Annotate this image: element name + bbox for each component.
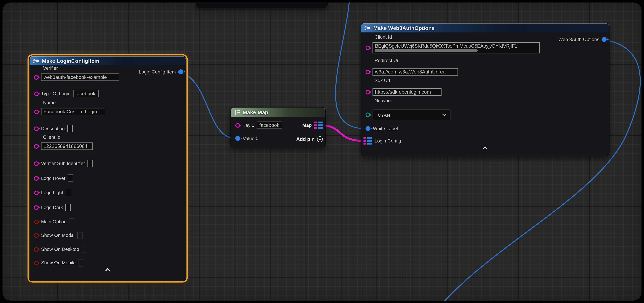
logo-light-input[interactable] [66,189,71,196]
client-id-pin[interactable] [366,46,370,50]
node-title: Make Map [243,109,268,115]
name-input[interactable] [41,108,105,116]
show-on-mobile-checkbox[interactable] [78,259,84,266]
network-row: CYAN [361,109,451,120]
key0-input[interactable] [257,122,282,129]
white-label-label: White Label [373,126,398,131]
chevron-up-icon [482,146,488,150]
collapse-node-button[interactable] [361,146,609,150]
show-on-modal-pin[interactable] [34,233,39,238]
node-make-web3authoptions[interactable]: Make Web3AuthOptions Web 3Auth Options C… [361,24,609,156]
name-label: Name [43,100,56,105]
node-make-loginconfigitem[interactable]: Make LoginConfigItem Login Config Item V… [30,56,186,280]
client-id-input[interactable] [41,142,93,150]
client-id-row [30,142,93,150]
node-header[interactable]: Make Map [231,108,325,117]
verifier-pin[interactable] [34,75,39,80]
web3auth-options-output-pin[interactable] [602,37,607,42]
main-option-checkbox[interactable] [69,218,74,225]
network-pin[interactable] [366,112,370,117]
node-header[interactable]: Make LoginConfigItem [30,56,186,65]
description-input[interactable] [67,125,72,132]
white-label-pin[interactable] [366,126,370,131]
value0-row: Value 0 [231,134,258,142]
node-make-map[interactable]: Make Map Key 0 Map Value 0 Add pin + [231,108,325,147]
logo-light-label: Logo Light [41,190,63,195]
collapse-node-button[interactable] [30,268,186,272]
name-pin[interactable] [34,110,39,114]
login-config-pin[interactable] [364,137,372,145]
sdk-url-label: Sdk Url [374,78,390,83]
sdk-url-input[interactable] [372,88,442,96]
wire-top-to-whitelabel[interactable] [336,2,365,128]
logo-dark-input[interactable] [66,204,71,211]
output-row: Login Config Item [134,68,186,76]
output-row: Web 3Auth Options [554,35,609,44]
key0-pin[interactable] [235,123,240,128]
show-on-desktop-pin[interactable] [34,247,39,252]
redirect-url-input[interactable] [372,68,458,76]
logo-hover-label: Logo Hover [41,176,66,181]
node-title: Make Web3AuthOptions [373,25,434,31]
map-output-pin[interactable] [314,122,323,129]
verifier-label: Verifier [43,66,58,71]
verifier-sub-identifier-input[interactable] [87,160,93,167]
show-on-modal-label: Show On Modal [41,233,75,238]
make-struct-icon [364,26,371,30]
show-on-modal-checkbox[interactable] [77,232,82,239]
value0-pin[interactable] [235,136,240,141]
show-on-modal-row: Show On Modal [30,231,82,240]
chevron-down-icon [442,113,446,116]
login-config-row: Login Config [361,137,401,145]
value0-label: Value 0 [243,136,258,141]
network-dropdown[interactable]: CYAN [372,109,450,120]
description-label: Description [41,126,65,131]
logo-dark-pin[interactable] [34,205,39,210]
type-of-login-pin[interactable] [34,92,39,96]
logo-hover-input[interactable] [68,174,73,182]
make-map-icon [234,110,240,115]
redirect-url-label: Redirect Url [374,58,400,63]
map-output-row: Map [298,121,325,130]
show-on-desktop-checkbox[interactable] [82,246,87,253]
chevron-up-icon [105,268,110,272]
verifier-sub-identifier-label: Verifier Sub Identifier [41,161,85,166]
network-label: Network [374,98,392,103]
description-row: Description [30,124,72,133]
add-pin-label: Add pin [296,136,315,142]
map-output-label: Map [302,123,312,128]
blueprint-editor: Make LoginConfigItem Login Config Item V… [0,0,644,303]
type-of-login-input[interactable] [73,90,98,97]
redirect-url-row [361,68,458,76]
white-label-row: White Label [361,124,398,133]
logo-hover-pin[interactable] [34,176,39,180]
plus-circle-icon: + [317,136,323,142]
client-id-input[interactable]: BEglQSgt4cUWcj6SKRdu5QkOXTsePmMcusG5EAoy… [372,42,540,53]
show-on-mobile-pin[interactable] [34,260,39,265]
network-selected-value: CYAN [378,112,390,117]
client-id-label: Client Id [374,34,392,40]
sdk-url-row [361,88,442,96]
verifier-sub-identifier-row: Verifier Sub Identifier [30,159,93,168]
redirect-url-pin[interactable] [366,70,370,74]
sdk-url-pin[interactable] [366,90,370,94]
description-pin[interactable] [34,126,39,131]
add-pin-button[interactable]: Add pin + [292,135,325,144]
verifier-input[interactable] [41,74,119,81]
node-header[interactable]: Make Web3AuthOptions [361,24,609,32]
main-option-pin[interactable] [34,220,39,224]
logo-hover-row: Logo Hover [30,174,73,182]
make-struct-icon [32,58,40,63]
client-id-pin[interactable] [34,144,39,148]
logo-light-pin[interactable] [34,190,39,195]
show-on-desktop-label: Show On Desktop [41,247,79,252]
graph-panel[interactable]: Make LoginConfigItem Login Config Item V… [2,2,642,300]
key0-label: Key 0 [242,123,254,128]
node-title: Make LoginConfigItem [42,58,99,64]
horizontal-scrollbar[interactable] [374,49,478,52]
client-id-row: BEglQSgt4cUWcj6SKRdu5QkOXTsePmMcusG5EAoy… [361,42,540,53]
verifier-row [30,73,119,81]
wire-loginconfigitem-to-value0[interactable] [178,72,236,138]
verifier-sub-identifier-pin[interactable] [34,161,39,166]
login-config-item-output-pin[interactable] [178,70,183,74]
